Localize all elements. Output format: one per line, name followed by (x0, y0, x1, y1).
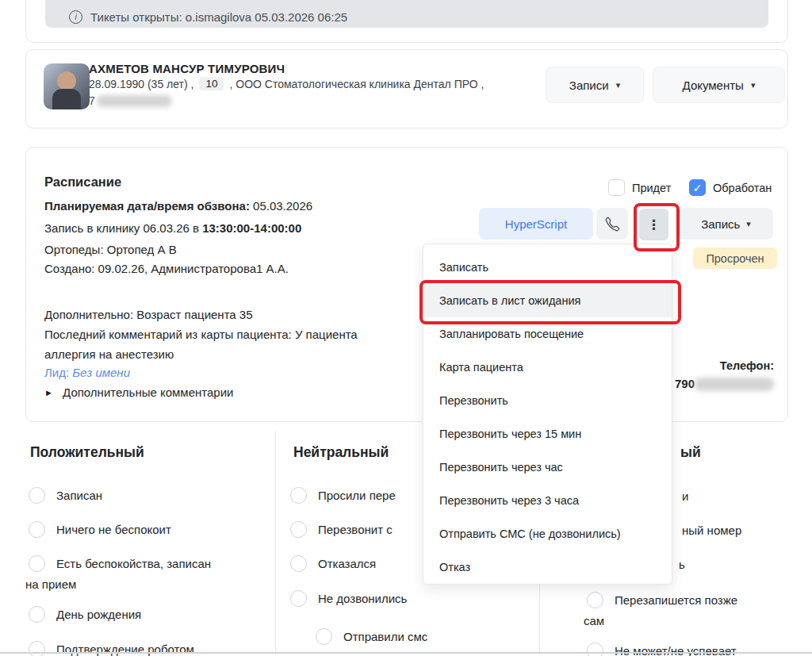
option-nichego: Ничего не беспокоит (29, 520, 171, 540)
menu-item-perezvonit-15-min[interactable]: Перезвонить через 15 мин (423, 417, 672, 451)
tickets-card: i Тикеты открыты: o.ismagilova 05.03.202… (25, 0, 788, 43)
option-ne-dozvonilis: Не дозвонились (290, 589, 407, 609)
patient-avatar[interactable] (44, 63, 90, 109)
lead-link[interactable]: Лид: Без имени (44, 366, 130, 379)
menu-item-zapisat-v-list-ozhidaniya[interactable]: Записать в лист ожидания (423, 284, 672, 317)
radio-button[interactable] (587, 643, 603, 656)
overdue-badge: Просрочен (693, 247, 777, 269)
triangle-right-icon: ► (44, 388, 53, 397)
option-perezapishetsya: Перезапишется позже сам (587, 590, 745, 631)
option-label: Не может/не успевает (615, 644, 737, 656)
records-button-label: Записи (569, 79, 609, 92)
actions-dropdown-menu: Записать Записать в лист ожидания Заплан… (423, 244, 672, 585)
appointment-prefix: Запись в клинику 06.03.26 в (44, 221, 199, 235)
option-label: Есть беспокойства, записан (56, 557, 211, 570)
processed-checkbox-row: ✓ Обработан (689, 179, 772, 196)
processed-checkbox-label: Обработан (713, 182, 772, 194)
menu-item-perezvonit-chas[interactable]: Перезвонить через час (423, 451, 672, 484)
radio-button[interactable] (29, 487, 45, 504)
records-dropdown-button[interactable]: Записи ▾ (546, 67, 644, 103)
menu-item-perezvonit[interactable]: Перезвонить (423, 384, 672, 417)
option-zapisan: Записан (29, 485, 102, 506)
negative-column-header-fragment: ый (680, 444, 701, 461)
planned-call-label: Планируемая дата/время обзвона: (44, 199, 250, 213)
option-otpravili-sms: Отправили смс (316, 627, 427, 647)
patient-clinic: , ООО Стоматологическая клиника Дентал П… (229, 78, 484, 90)
negative-option-fragment: ь (679, 558, 685, 571)
option-label: Отказался (318, 557, 376, 570)
menu-item-otpravit-sms[interactable]: Отправить СМС (не дозвонились) (423, 517, 672, 551)
come-checkbox[interactable] (608, 179, 625, 196)
patient-name: АХМЕТОВ МАНСУР ТИМУРОВИЧ (89, 62, 285, 75)
radio-button[interactable] (29, 606, 45, 623)
option-label: Ничего не беспокоит (56, 523, 171, 536)
hyperscript-label: HyperScript (505, 217, 567, 231)
radio-button[interactable] (290, 555, 307, 572)
radio-button[interactable] (316, 628, 332, 645)
chevron-down-icon: ▾ (616, 81, 621, 90)
come-checkbox-row: Придет (608, 179, 671, 196)
radio-button[interactable] (290, 590, 307, 607)
call-button[interactable] (596, 208, 628, 240)
radio-button[interactable] (29, 641, 45, 656)
lead-label: Лид: (44, 366, 69, 379)
chevron-down-icon: ▾ (746, 220, 751, 228)
patient-count-badge[interactable]: 10 (199, 77, 224, 90)
more-comments-toggle[interactable]: ► Дополнительные комментарии (44, 386, 233, 399)
tickets-alert-text: Тикеты открыты: o.ismagilova 05.03.2026 … (90, 10, 347, 24)
option-otkazalsya: Отказался (290, 554, 376, 574)
negative-option-fragment: ный номер (682, 524, 741, 537)
record-dropdown-button[interactable]: Запись ▾ (679, 208, 773, 240)
planned-call-line: Планируемая дата/время обзвона: 05.03.20… (44, 199, 312, 213)
patient-birthdate: 28.09.1990 (35 лет) , (89, 78, 193, 90)
record-button-label: Запись (701, 217, 740, 231)
menu-item-karta-patsienta[interactable]: Карта пациента (423, 351, 672, 384)
more-comments-label: Дополнительные комментарии (63, 386, 233, 399)
option-label: Не дозвонились (318, 592, 407, 605)
viewport-bottom-edge (0, 652, 812, 654)
info-icon: i (69, 10, 82, 24)
processed-checkbox[interactable]: ✓ (689, 179, 706, 196)
option-label-wrap: на прием (25, 577, 76, 591)
planned-call-value: 05.03.2026 (253, 199, 312, 213)
patient-phone-prefix: 7 (89, 94, 95, 107)
last-comment-line2: аллергия на анестезию (44, 347, 174, 361)
menu-item-perezvonit-3-chasa[interactable]: Перезвонить через 3 часа (423, 484, 672, 517)
orthopedists-line: Ортопеды: Ортопед А В (44, 243, 177, 256)
radio-button[interactable] (587, 592, 603, 608)
phone-icon (605, 217, 620, 232)
option-perezvonit: Перезвонит с (290, 520, 393, 540)
menu-item-zaplanirovat-poseshchenie[interactable]: Запланировать посещение (423, 317, 672, 351)
radio-button[interactable] (29, 521, 45, 538)
column-divider (275, 431, 276, 652)
documents-button-label: Документы (683, 79, 744, 92)
radio-button[interactable] (29, 555, 45, 572)
redacted-phone (97, 95, 172, 107)
chevron-down-icon: ▾ (751, 81, 756, 90)
negative-option-fragment: и (682, 489, 688, 503)
come-checkbox-label: Придет (632, 182, 671, 194)
radio-button[interactable] (290, 521, 307, 538)
lead-value: Без имени (72, 366, 130, 379)
overdue-badge-label: Просрочен (706, 252, 764, 265)
option-ne-mozhet: Не может/не успевает (587, 641, 737, 656)
kebab-menu-button[interactable]: ⋮ (639, 209, 668, 240)
documents-dropdown-button[interactable]: Документы ▾ (653, 67, 785, 103)
redacted-phone (695, 378, 774, 391)
menu-item-zapisat[interactable]: Записать (423, 251, 672, 284)
positive-column-header: Положительный (30, 444, 144, 461)
appointment-time: 13:30:00-14:00:00 (202, 221, 301, 235)
option-den-rozhdeniya: День рождения (29, 604, 141, 625)
menu-item-otkaz[interactable]: Отказ (423, 551, 672, 584)
neutral-column-header: Нейтральный (293, 444, 389, 461)
appointment-line: Запись в клинику 06.03.26 в 13:30:00-14:… (44, 221, 301, 235)
hyperscript-button[interactable]: HyperScript (479, 208, 593, 240)
radio-button[interactable] (290, 487, 307, 504)
patient-phone-row: 7 (89, 94, 172, 107)
option-label: Перезапишется позже (615, 593, 737, 607)
option-bespokoystva: Есть беспокойства, записан на прием (29, 554, 266, 595)
tickets-alert: i Тикеты открыты: o.ismagilova 05.03.202… (45, 0, 768, 28)
option-label: Перезвонит с (318, 523, 393, 536)
option-label: Подтверждение роботом (56, 643, 194, 656)
option-prosili: Просили пере (290, 485, 396, 506)
